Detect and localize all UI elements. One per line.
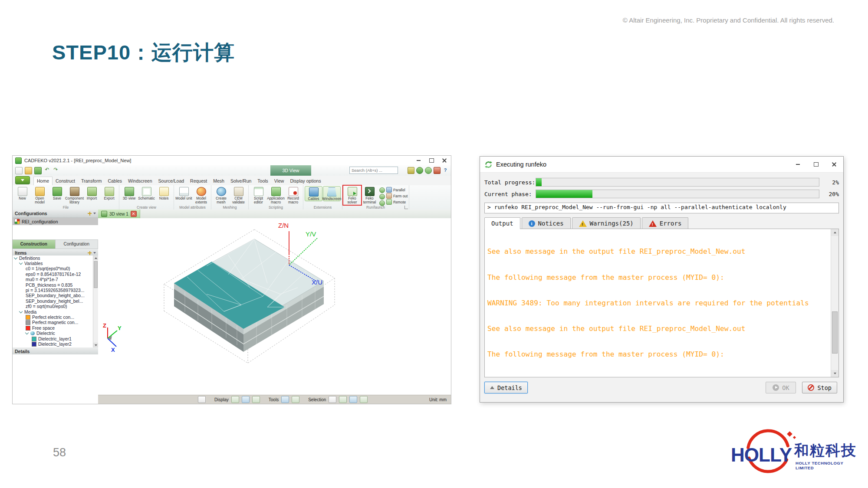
scroll-up-icon[interactable]	[831, 229, 838, 236]
save-icon[interactable]	[34, 167, 42, 174]
tree-item-variable[interactable]: zf0 = sqrt(mu0/eps0)	[13, 304, 98, 309]
display-geometry-icon[interactable]	[231, 396, 239, 403]
tree-item-variable[interactable]: c0 = 1/sqrt(eps0*mu0)	[13, 266, 98, 272]
tree-item-variable[interactable]: pi = 3.14159265358979323...	[13, 288, 98, 293]
configuration-item[interactable]: REI_configuration	[13, 218, 98, 225]
cem-validate-button[interactable]: CEM validate	[230, 186, 247, 204]
tree-item-medium[interactable]: Perfect electric con...	[13, 314, 98, 320]
record-macro-button[interactable]: Record macro	[285, 186, 302, 204]
ribbon-tab-windscreen[interactable]: Windscreen	[125, 177, 155, 185]
ribbon-tab-home[interactable]: Home	[33, 177, 53, 185]
tree-item-media[interactable]: Media	[13, 309, 98, 314]
tree-item-variables[interactable]: Variables	[13, 261, 98, 266]
tree-item-dielectric[interactable]: Dielectric	[13, 331, 98, 336]
tree-item-medium[interactable]: Dielectric_layer2	[13, 341, 98, 347]
tree-item-medium[interactable]: Perfect magnetic con...	[13, 320, 98, 325]
windscreen-button[interactable]: Windscreen	[323, 186, 341, 201]
ribbon-tab-tools[interactable]: Tools	[254, 177, 271, 185]
select-parts-icon[interactable]	[339, 396, 347, 403]
feko-terminal-button[interactable]: Feko terminal	[361, 186, 378, 204]
tab-notices[interactable]: Notices	[522, 217, 571, 229]
tree-item-variable[interactable]: SEP_boundary_height_abo...	[13, 293, 98, 298]
run-option-icon-2[interactable]	[379, 194, 385, 200]
schematic-button[interactable]: Schematic	[138, 186, 155, 200]
snap-mode-icon[interactable]	[360, 396, 368, 403]
tree-item-variable[interactable]: mu0 = 4*pi*1e-7	[13, 277, 98, 282]
cutplane-icon[interactable]	[292, 396, 299, 403]
notes-button[interactable]: Notes	[155, 186, 172, 200]
close-button[interactable]	[825, 158, 843, 171]
measure-icon[interactable]	[281, 396, 289, 403]
tab-warnings[interactable]: Warnings(25)	[572, 217, 641, 229]
help-icon[interactable]	[442, 167, 448, 174]
ribbon-tab-construct[interactable]: Construct	[53, 177, 78, 185]
3d-view-tab[interactable]: 3D view 1	[98, 210, 140, 218]
ribbon-tab-source-load[interactable]: Source/Load	[155, 177, 187, 185]
display-symmetry-icon[interactable]	[252, 396, 260, 403]
log-scrollbar[interactable]	[831, 229, 838, 377]
tree-item-variable[interactable]: eps0 = 8.85418781761e-12	[13, 272, 98, 277]
farm-out-button[interactable]: Farm out	[386, 193, 408, 199]
model-extents-button[interactable]: Model extents	[193, 186, 210, 204]
ribbon-tab-view[interactable]: View	[271, 177, 287, 185]
display-mesh-icon[interactable]	[242, 396, 250, 403]
ribbon-tab-request[interactable]: Request	[187, 177, 210, 185]
run-option-icon-1[interactable]	[379, 187, 385, 193]
tree-item-definitions[interactable]: Definitions	[13, 255, 98, 261]
postfeko-icon[interactable]	[416, 167, 423, 174]
details-button[interactable]: Details	[484, 382, 528, 393]
add-configuration-icon[interactable]	[88, 212, 92, 216]
expand-arrow-icon[interactable]	[19, 261, 23, 265]
scroll-up-icon[interactable]	[93, 255, 98, 260]
tree-item-medium[interactable]: Dielectric_layer1	[13, 336, 98, 341]
tree-item-medium[interactable]: Free space	[13, 325, 98, 331]
ribbon-tab-mesh[interactable]: Mesh	[210, 177, 227, 185]
tab-output[interactable]: Output	[484, 217, 520, 229]
new-button[interactable]: New	[14, 186, 31, 200]
tree-scrollbar[interactable]	[93, 255, 98, 347]
parallel-button[interactable]: Parallel	[386, 187, 408, 193]
add-item-icon[interactable]	[88, 251, 92, 255]
scroll-down-icon[interactable]	[93, 343, 98, 347]
redo-icon[interactable]: ↷	[53, 167, 59, 174]
select-faces-icon[interactable]	[349, 396, 357, 403]
editfeko-icon[interactable]	[425, 167, 432, 174]
dialog-launcher-icon[interactable]	[404, 206, 408, 209]
open-model-button[interactable]: Open model	[31, 186, 48, 204]
tree-item-variable[interactable]: SEP_boundary_height_bel...	[13, 298, 98, 304]
launcher-icon[interactable]	[408, 167, 414, 174]
selection-cursor-icon[interactable]	[329, 396, 336, 403]
scroll-down-icon[interactable]	[831, 370, 838, 377]
cables-button[interactable]: Cables	[305, 186, 322, 201]
tab-configuration[interactable]: Configuration	[56, 240, 99, 249]
close-button[interactable]	[438, 157, 451, 164]
model-unit-button[interactable]: Model unit	[175, 186, 192, 200]
application-macro-button[interactable]: Application macro	[267, 186, 284, 204]
ribbon-tab-display-options[interactable]: Display options	[287, 177, 324, 185]
3d-view-button[interactable]: 3D view	[121, 186, 138, 200]
tree-item-variable[interactable]: PCB_thickness = 0.835	[13, 282, 98, 288]
tab-errors[interactable]: Errors	[642, 217, 689, 229]
chevron-down-icon[interactable]	[93, 252, 96, 254]
undo-icon[interactable]: ↶	[44, 167, 50, 174]
ok-button[interactable]: OK	[766, 382, 796, 393]
expand-arrow-icon[interactable]	[14, 255, 17, 259]
ribbon-tab-cables[interactable]: Cables	[105, 177, 125, 185]
close-view-icon[interactable]	[131, 211, 137, 217]
3d-viewport[interactable]: Z/N Y/V X/U Z Y X	[98, 218, 451, 395]
application-menu-button[interactable]	[15, 176, 30, 184]
maximize-button[interactable]	[807, 158, 825, 171]
script-editor-button[interactable]: Script editor	[250, 186, 267, 204]
search-input[interactable]	[349, 167, 398, 174]
tab-construction[interactable]: Construction	[13, 240, 56, 249]
scrollbar-thumb[interactable]	[94, 261, 98, 288]
create-mesh-button[interactable]: Create mesh	[213, 186, 230, 204]
expand-arrow-icon[interactable]	[19, 309, 23, 313]
stop-button[interactable]: Stop	[802, 382, 837, 393]
scrollbar-thumb[interactable]	[832, 311, 838, 354]
open-model-icon[interactable]	[25, 167, 32, 174]
remote-button[interactable]: Remote	[386, 199, 408, 205]
export-button[interactable]: Export	[101, 186, 118, 200]
minimize-button[interactable]	[412, 157, 425, 164]
import-button[interactable]: Import	[83, 186, 100, 200]
